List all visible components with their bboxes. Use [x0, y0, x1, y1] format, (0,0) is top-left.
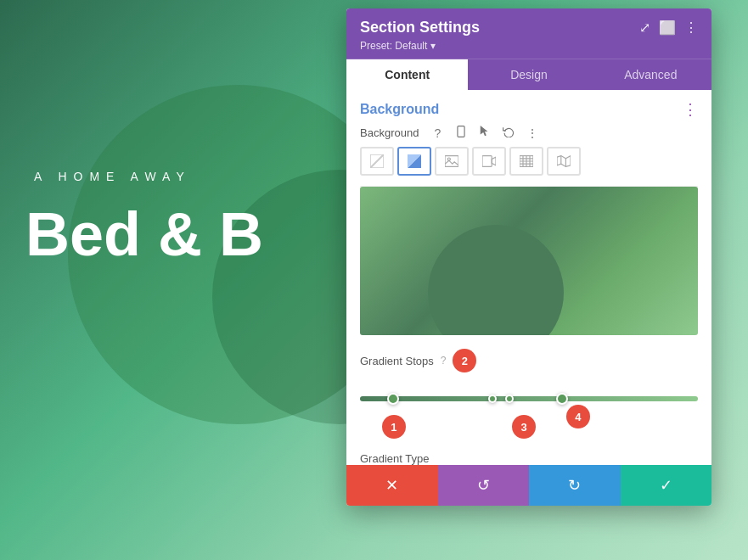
page-title-text: Bed & B: [25, 204, 263, 265]
bg-type-none[interactable]: [360, 147, 394, 176]
badge-2: 2: [453, 349, 476, 372]
background-toolbar: Background ? ⋮: [346, 126, 711, 147]
bg-type-pattern[interactable]: [509, 147, 543, 176]
preset-arrow: ▾: [430, 40, 436, 52]
tab-advanced[interactable]: Advanced: [590, 59, 711, 90]
field-options-icon[interactable]: ⋮: [524, 126, 541, 140]
mobile-icon[interactable]: [453, 126, 470, 140]
gradient-stop-handle-2[interactable]: [488, 395, 497, 403]
svg-rect-0: [458, 126, 464, 137]
panel-body: Background ⋮ Background ? ⋮: [346, 90, 711, 465]
bg-type-color[interactable]: [397, 147, 431, 176]
panel-header-icons: ⤢ ⬜ ⋮: [639, 20, 698, 36]
svg-rect-6: [445, 156, 458, 167]
panel-header-top: Section Settings ⤢ ⬜ ⋮: [360, 19, 698, 36]
gradient-type-row: Gradient Type: [346, 445, 711, 465]
gradient-stops-help[interactable]: ?: [441, 355, 447, 367]
tab-content[interactable]: Content: [346, 59, 468, 90]
save-button[interactable]: ✓: [621, 465, 712, 506]
section-settings-panel: Section Settings ⤢ ⬜ ⋮ Preset: Default ▾…: [346, 8, 711, 506]
preset-label: Preset: Default: [360, 40, 427, 52]
svg-line-2: [370, 154, 384, 168]
bg-type-image[interactable]: [435, 147, 469, 176]
cursor-icon[interactable]: [476, 126, 493, 140]
gradient-stop-handle-1[interactable]: [387, 393, 399, 405]
panel-header: Section Settings ⤢ ⬜ ⋮ Preset: Default ▾: [346, 8, 711, 59]
gradient-stops-label: Gradient Stops: [360, 355, 434, 367]
svg-marker-16: [557, 156, 571, 167]
gradient-slider-track[interactable]: [360, 396, 698, 401]
background-label: Background: [360, 126, 419, 139]
reset-field-icon[interactable]: [500, 126, 517, 140]
tab-design[interactable]: Design: [468, 59, 589, 90]
more-icon[interactable]: ⋮: [684, 20, 698, 36]
gradient-stop-handle-3[interactable]: [505, 395, 514, 403]
reset-button[interactable]: ↺: [438, 465, 530, 506]
badge-1: 1: [382, 415, 406, 439]
gradient-preview: [360, 187, 698, 335]
redo-button[interactable]: ↻: [529, 465, 621, 506]
panel-title: Section Settings: [360, 19, 480, 36]
gradient-preview-shape: [428, 225, 564, 335]
gradient-type-label: Gradient Type: [360, 452, 429, 465]
badge-3: 3: [512, 415, 536, 439]
section-menu-icon[interactable]: ⋮: [683, 100, 698, 119]
bg-type-map[interactable]: [547, 147, 581, 176]
expand-icon[interactable]: ⤢: [639, 20, 650, 36]
badge-4: 4: [566, 405, 590, 428]
svg-rect-8: [482, 156, 492, 167]
layout-icon[interactable]: ⬜: [659, 20, 676, 36]
bg-type-video[interactable]: [472, 147, 506, 176]
page-subtitle: A HOME AWAY: [34, 170, 191, 183]
background-section-title: Background: [360, 102, 439, 117]
preset-selector[interactable]: Preset: Default ▾: [360, 40, 698, 52]
gradient-slider-container: 1 3 4: [346, 379, 711, 445]
cancel-button[interactable]: ✕: [346, 465, 438, 506]
panel-footer: ✕ ↺ ↻ ✓: [346, 465, 711, 506]
gradient-stops-row: Gradient Stops ? 2: [346, 349, 711, 379]
help-icon[interactable]: ?: [429, 126, 446, 140]
panel-tabs: Content Design Advanced: [346, 59, 711, 90]
background-section-header: Background ⋮: [346, 90, 711, 126]
gradient-stop-handle-4[interactable]: [556, 393, 568, 405]
background-type-selector: [346, 147, 711, 186]
